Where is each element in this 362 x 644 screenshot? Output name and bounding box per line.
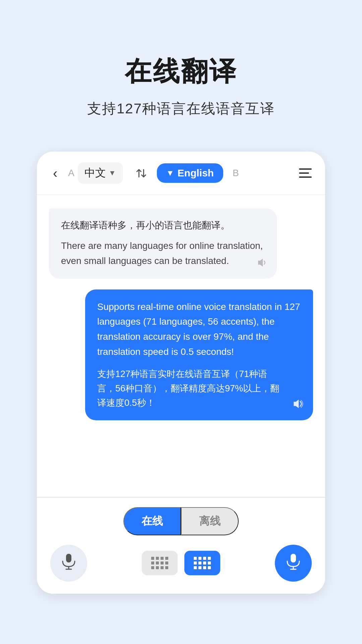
svg-marker-0 [258, 259, 263, 267]
target-lang-text: English [178, 167, 214, 179]
speaker-right-icon[interactable] [292, 398, 304, 412]
source-lang-text: 中文 [84, 166, 106, 180]
source-lang-chinese[interactable]: 中文 ▼ [78, 162, 123, 184]
bubble-right: Supports real-time online voice translat… [85, 289, 313, 421]
svg-marker-1 [294, 400, 299, 409]
page-header: 在线翻译 支持127种语言在线语音互译 [0, 0, 362, 138]
menu-line-1 [299, 168, 312, 170]
bubble-left-translation-text: There are many languages for online tran… [61, 238, 265, 269]
svg-rect-5 [291, 554, 296, 562]
bottom-bar: 在线 离线 [37, 497, 325, 594]
nav-bar: ‹ A 中文 ▼ ▼ English B [37, 152, 325, 195]
menu-line-3 [299, 176, 312, 178]
svg-rect-2 [66, 554, 71, 562]
back-button[interactable]: ‹ [50, 166, 60, 181]
keyboard-gray-button[interactable] [142, 551, 178, 575]
mic-left-button[interactable] [50, 545, 87, 582]
menu-line-2 [299, 172, 309, 174]
swap-languages-button[interactable] [130, 164, 149, 182]
bubble-right-english-text: Supports real-time online voice translat… [97, 300, 301, 360]
chevron-down-icon: ▼ [109, 169, 116, 177]
keyboard-blue-button[interactable] [184, 551, 220, 575]
keyboard-gray-icon [151, 557, 168, 569]
mic-right-icon [285, 552, 302, 574]
app-card: ‹ A 中文 ▼ ▼ English B [37, 152, 325, 594]
english-flag-icon: ▼ [166, 168, 174, 178]
mic-left-icon [60, 552, 77, 574]
mode-offline-button[interactable]: 离线 [181, 507, 239, 535]
target-lang-english[interactable]: ▼ English [157, 163, 223, 183]
bubble-left: 在线翻译语种多，再小的语言也能翻译。 There are many langua… [49, 208, 277, 279]
keyboard-buttons [142, 551, 220, 575]
source-lang-selector: A 中文 ▼ [68, 162, 122, 184]
mode-row: 在线 离线 [50, 507, 312, 535]
bubble-right-chinese-text: 支持127种语言实时在线语音互译（71种语言，56种口音），翻译精度高达97%以… [97, 367, 301, 411]
menu-button[interactable] [299, 168, 312, 178]
page-subtitle: 支持127种语言在线语音互译 [87, 99, 275, 118]
keyboard-blue-icon [194, 557, 211, 569]
lang-a-label: A [68, 168, 74, 178]
lang-b-label: B [233, 168, 239, 178]
bubble-left-source-text: 在线翻译语种多，再小的语言也能翻译。 [61, 218, 265, 232]
chat-area: 在线翻译语种多，再小的语言也能翻译。 There are many langua… [37, 195, 325, 497]
page-title: 在线翻译 [125, 54, 237, 90]
mode-online-button[interactable]: 在线 [123, 507, 181, 535]
keyboard-row [50, 545, 312, 582]
mic-right-button[interactable] [275, 545, 312, 582]
speaker-left-icon[interactable] [257, 257, 267, 271]
